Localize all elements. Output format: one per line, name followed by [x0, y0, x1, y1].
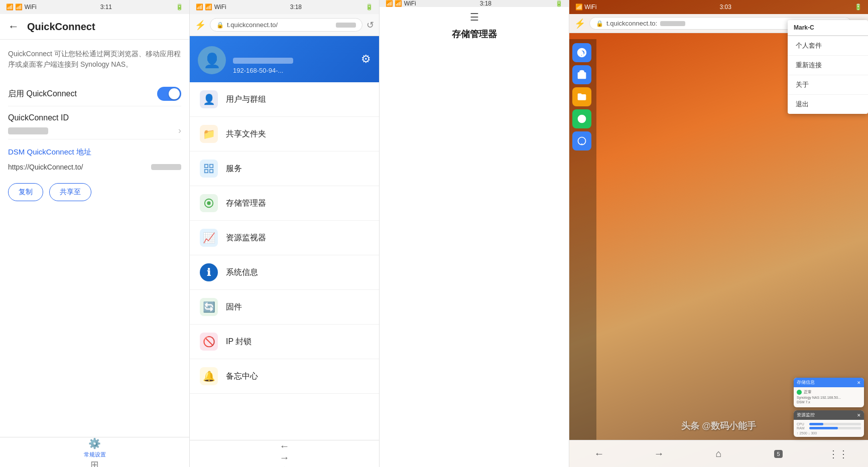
cpu-fill — [809, 423, 823, 425]
taskbar-app-1[interactable] — [572, 43, 591, 62]
settings-icon: ⚙️ — [88, 437, 101, 449]
menu-label-shared-folders: 共享文件夹 — [226, 129, 266, 139]
share-button[interactable]: 共享至 — [49, 183, 91, 201]
url-box-2[interactable]: 🔒 t.quickconnect.to/ — [210, 18, 362, 32]
mini-windows: 存储信息 ✕ 正常 Synology NAS 192.168.50... DSM… — [794, 378, 864, 437]
nav-menu-4[interactable]: ⋮⋮ — [808, 440, 868, 467]
nav-home-2[interactable]: ⌂ — [190, 463, 379, 467]
ram-track — [809, 427, 861, 429]
menu-item-shared-folders[interactable]: 📁 共享文件夹 — [190, 117, 379, 151]
menu-item-sysinfo[interactable]: ℹ 系统信息 — [190, 255, 379, 290]
gear-button[interactable]: ⚙ — [361, 53, 371, 66]
svg-rect-2 — [205, 170, 208, 173]
panel-storage: 📶 📶 WiFi 3:18 🔋 ☰ 存储管理器 ✓ 良好 1 已用硬盘 0 未用… — [380, 0, 569, 467]
taskbar-app-3[interactable] — [572, 87, 591, 106]
menu-item-services[interactable]: 服务 — [190, 151, 379, 186]
bottom-nav-1: ⚙️ 常规设置 ⊞ 应用程序 ≡ 更多 — [0, 437, 190, 467]
nav-forward-4[interactable]: → — [629, 440, 689, 467]
time-1: 3:11 — [100, 4, 112, 11]
ipblock-icon: 🚫 — [200, 333, 218, 351]
svg-point-6 — [578, 115, 586, 123]
network-info: ↑ 2500 ↓ 300 — [797, 431, 861, 435]
signal-icons-1: 📶 📶 WiFi — [6, 4, 37, 11]
menu-label-monitor: 资源监视器 — [226, 233, 266, 243]
taskbar-app-5[interactable] — [572, 131, 591, 150]
mini-monitor-title: 资源监控 — [797, 412, 815, 418]
context-menu-header: Mark-C — [788, 20, 868, 36]
menu-item-ipblock[interactable]: 🚫 IP 封锁 — [190, 325, 379, 359]
ram-label: RAM — [797, 426, 808, 430]
menu-list: 👤 用户与群组 📁 共享文件夹 服务 存储管理器 📈 资源监视器 ℹ 系统信息 — [190, 82, 379, 440]
context-item-reconnect[interactable]: 重新连接 — [788, 56, 868, 75]
menu-label-firmware: 固件 — [226, 302, 242, 313]
user-ip: 192-168-50-94-... — [233, 67, 371, 74]
folder-icon: 📁 — [200, 125, 218, 143]
nav-general-settings[interactable]: ⚙️ 常规设置 — [0, 437, 189, 458]
nav-label-settings: 常规设置 — [84, 451, 106, 458]
taskbar-app-2[interactable] — [572, 65, 591, 84]
nav-home-4[interactable]: ⌂ — [689, 440, 749, 467]
context-item-packages[interactable]: 个人套件 — [788, 36, 868, 56]
mini-status-label: 正常 — [804, 389, 812, 395]
signal-icons-2: 📶 📶 WiFi — [196, 4, 226, 11]
battery-3: 🔋 — [555, 0, 563, 7]
apps-icon: ⊞ — [90, 458, 99, 467]
time-3: 3:18 — [480, 0, 491, 7]
bottom-nav-2: ← → ⌂ 5 ⋮⋮ — [190, 440, 380, 467]
mini-status-row: 正常 — [797, 389, 861, 395]
nav-back-2[interactable]: ← — [190, 440, 379, 452]
back-button[interactable]: ← — [8, 20, 19, 33]
mini-window-body: 正常 Synology NAS 192.168.50... DSM 7.x — [794, 387, 864, 407]
lightning-icon: ⚡ — [195, 20, 206, 31]
url-blur — [336, 23, 356, 28]
lightning-icon-4: ⚡ — [574, 18, 585, 29]
cpu-label: CPU — [797, 422, 808, 426]
context-item-quit[interactable]: 退出 — [788, 95, 868, 114]
user-header: 👤 192-168-50-94-... ⚙ — [190, 36, 379, 82]
menu-item-monitor[interactable]: 📈 资源监视器 — [190, 221, 379, 255]
nav-tabs-4[interactable]: 5 — [749, 440, 808, 467]
bottom-nav-4: ← → ⌂ 5 ⋮⋮ — [569, 440, 868, 467]
time-4: 3:03 — [719, 4, 731, 11]
signal-icons-4: 📶 WiFi — [575, 4, 596, 11]
storage-title: 存储管理器 — [452, 28, 497, 467]
menu-label-ipblock: IP 封锁 — [226, 337, 252, 347]
mini-window-title: 存储信息 — [797, 379, 815, 386]
mini-monitor-body: CPU RAM ↑ 2500 ↓ 300 — [794, 420, 864, 437]
browser-url-4: t.quickconnect.to: — [606, 20, 657, 27]
user-id-placeholder — [233, 58, 293, 64]
quickconnect-id-label: QuickConnect ID — [8, 113, 181, 122]
menu-item-storage[interactable]: 存储管理器 — [190, 186, 379, 221]
context-item-about[interactable]: 关于 — [788, 75, 868, 95]
url-suffix-placeholder — [151, 164, 181, 170]
menu-label-services: 服务 — [226, 164, 242, 174]
user-info: 192-168-50-94-... — [233, 58, 371, 74]
status-bar-4: 📶 WiFi 3:03 🔋 — [569, 0, 868, 14]
hamburger-icon[interactable]: ☰ — [470, 11, 479, 23]
page-title-1: QuickConnect — [27, 21, 95, 33]
dsm-quickconnect-link[interactable]: DSM QuickConnect 地址 — [8, 139, 181, 160]
cpu-track — [809, 423, 861, 425]
nav-applications[interactable]: ⊞ 应用程序 — [0, 458, 189, 467]
browser-bar-2: ⚡ 🔒 t.quickconnect.to/ ↺ — [190, 14, 379, 36]
menu-item-notification[interactable]: 🔔 备忘中心 — [190, 359, 379, 394]
nav-back-4[interactable]: ← — [569, 440, 629, 467]
copy-button[interactable]: 复制 — [8, 183, 43, 201]
nav-forward-2[interactable]: → — [190, 452, 379, 463]
mini-window-close[interactable]: ✕ — [857, 380, 861, 385]
mini-monitor-close[interactable]: ✕ — [857, 413, 861, 418]
svg-rect-3 — [210, 170, 213, 173]
menu-item-users[interactable]: 👤 用户与群组 — [190, 82, 379, 117]
firmware-icon: 🔄 — [200, 298, 218, 316]
status-bar-2: 📶 📶 WiFi 3:18 🔋 — [190, 0, 379, 14]
refresh-icon[interactable]: ↺ — [366, 20, 374, 31]
chevron-right-icon[interactable]: › — [178, 125, 181, 136]
taskbar-app-4[interactable] — [572, 109, 591, 128]
mini-dsm-label: DSM 7.x — [797, 400, 861, 404]
enable-toggle[interactable] — [157, 87, 181, 101]
battery-4: 🔋 — [854, 4, 862, 11]
menu-item-firmware[interactable]: 🔄 固件 — [190, 290, 379, 325]
users-icon: 👤 — [200, 90, 218, 108]
quickconnect-id-value — [8, 127, 48, 134]
svg-rect-0 — [205, 165, 208, 168]
